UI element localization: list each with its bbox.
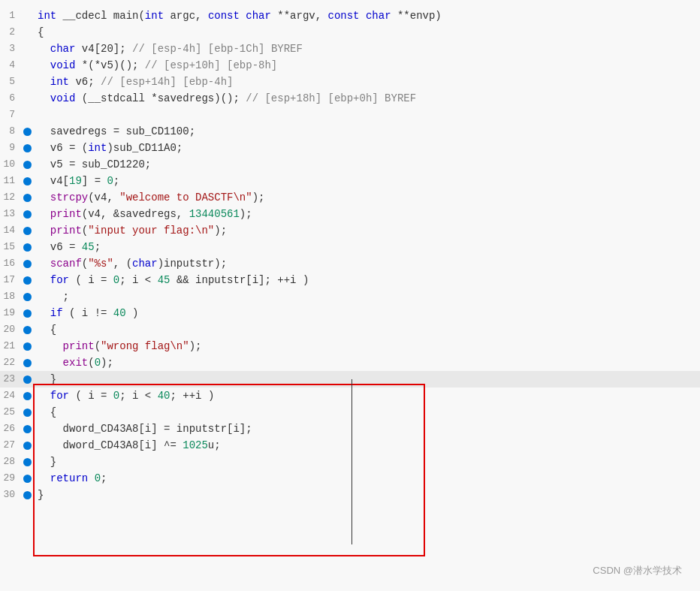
token: void xyxy=(50,59,76,71)
code-line-content: scanf("%s", (char)inputstr); xyxy=(33,255,700,272)
token: savedregs = sub_CD1100; xyxy=(38,125,195,137)
breakpoint[interactable] xyxy=(21,409,33,417)
breakpoint[interactable] xyxy=(21,177,33,185)
line-number: 30 xyxy=(0,487,21,503)
line-number: 20 xyxy=(0,321,21,338)
code-line-content: dword_CD43A8[i] = inputstr[i]; xyxy=(33,421,700,437)
token: void xyxy=(50,92,76,104)
breakpoint[interactable] xyxy=(21,128,33,136)
token: { xyxy=(38,324,56,336)
token: } xyxy=(38,489,44,501)
code-row: 24 for ( i = 0; i < 40; ++i ) xyxy=(0,387,700,404)
token: v6 = ( xyxy=(38,142,88,154)
token: for xyxy=(50,390,69,402)
breakpoint[interactable] xyxy=(21,359,33,367)
token: v5 = sub_CD1220; xyxy=(38,158,151,170)
token: 45 xyxy=(158,274,170,286)
token: int xyxy=(88,142,107,154)
breakpoint[interactable] xyxy=(21,260,33,268)
breakpoint[interactable] xyxy=(21,293,33,301)
breakpoint-dot xyxy=(23,210,32,219)
code-line-content: for ( i = 0; i < 40; ++i ) xyxy=(33,387,700,404)
breakpoint-dot xyxy=(23,177,32,185)
token: print xyxy=(38,208,82,220)
token xyxy=(38,59,50,71)
token: "input your flag:\n" xyxy=(88,225,214,237)
token: ); xyxy=(240,208,252,220)
breakpoint[interactable] xyxy=(21,491,33,499)
token: char xyxy=(50,43,76,55)
token: for xyxy=(50,274,69,286)
token: strcpy xyxy=(38,191,88,204)
line-number: 26 xyxy=(0,421,21,437)
breakpoint[interactable] xyxy=(21,309,33,318)
breakpoint[interactable] xyxy=(21,227,33,235)
token: )inputstr); xyxy=(158,258,227,270)
code-line-content: char v4[20]; // [esp-4h] [ebp-1Ch] BYREF xyxy=(33,41,700,57)
breakpoint[interactable] xyxy=(21,458,33,466)
breakpoint[interactable] xyxy=(21,144,33,152)
code-row: 10 v5 = sub_CD1220; xyxy=(0,156,700,173)
breakpoint[interactable] xyxy=(21,210,33,219)
token xyxy=(38,472,50,484)
line-number: 19 xyxy=(0,305,21,321)
code-line-content: v6 = 45; xyxy=(33,239,700,255)
breakpoint[interactable] xyxy=(21,375,33,384)
code-row: 21 print("wrong flag\n"); xyxy=(0,338,700,354)
code-line-content: v6 = (int)sub_CD11A0; xyxy=(33,140,700,156)
code-row: 25 { xyxy=(0,404,700,421)
breakpoint[interactable] xyxy=(21,326,33,334)
breakpoint[interactable] xyxy=(21,442,33,450)
line-number: 24 xyxy=(0,387,21,404)
breakpoint-dot xyxy=(23,442,32,450)
token: ) xyxy=(126,307,139,319)
code-row: 7 xyxy=(0,107,700,123)
token: ; xyxy=(113,175,119,187)
line-number: 21 xyxy=(0,338,21,354)
breakpoint[interactable] xyxy=(21,243,33,252)
code-row: 8 savedregs = sub_CD1100; xyxy=(0,123,700,140)
token: ( xyxy=(88,357,94,369)
token: **envp) xyxy=(391,10,442,22)
token xyxy=(38,307,50,319)
line-number: 18 xyxy=(0,288,21,305)
breakpoint[interactable] xyxy=(21,392,33,400)
token: ( i != xyxy=(63,307,113,319)
token: ( xyxy=(95,340,101,352)
breakpoint-dot xyxy=(23,128,32,136)
code-line-content: print("wrong flag\n"); xyxy=(33,338,700,354)
token: ( i = xyxy=(69,390,113,402)
code-row: 2{ xyxy=(0,24,700,41)
breakpoint-dot xyxy=(23,144,32,152)
token: , ( xyxy=(113,258,132,270)
breakpoint[interactable] xyxy=(21,194,33,202)
token: ; i < xyxy=(119,390,157,402)
token: 19 xyxy=(69,175,82,187)
code-line-content: if ( i != 40 ) xyxy=(33,305,700,321)
token: argc, xyxy=(164,10,208,22)
token: v6 = xyxy=(38,241,82,253)
breakpoint[interactable] xyxy=(21,425,33,433)
line-number: 9 xyxy=(0,140,21,156)
token: "welcome to DASCTF\n" xyxy=(119,191,252,204)
token: v6; xyxy=(69,76,101,88)
breakpoint-dot xyxy=(23,326,32,334)
line-number: 23 xyxy=(0,371,21,387)
breakpoint[interactable] xyxy=(21,161,33,169)
breakpoint-dot xyxy=(23,475,32,483)
code-line-content: exit(0); xyxy=(33,354,700,371)
token: ; xyxy=(38,291,69,303)
breakpoint-dot xyxy=(23,425,32,433)
code-row: 29 return 0; xyxy=(0,470,700,487)
line-number: 27 xyxy=(0,437,21,454)
token: 13440561 xyxy=(189,208,240,220)
token: 0 xyxy=(113,390,119,402)
token: ] = xyxy=(82,175,107,187)
breakpoint[interactable] xyxy=(21,475,33,483)
breakpoint-dot xyxy=(23,375,32,384)
breakpoint[interactable] xyxy=(21,276,33,285)
code-row: 9 v6 = (int)sub_CD11A0; xyxy=(0,140,700,156)
code-row: 23 } xyxy=(0,371,700,387)
breakpoint[interactable] xyxy=(21,342,33,351)
code-row: 6 void (__stdcall *savedregs)(); // [esp… xyxy=(0,90,700,107)
